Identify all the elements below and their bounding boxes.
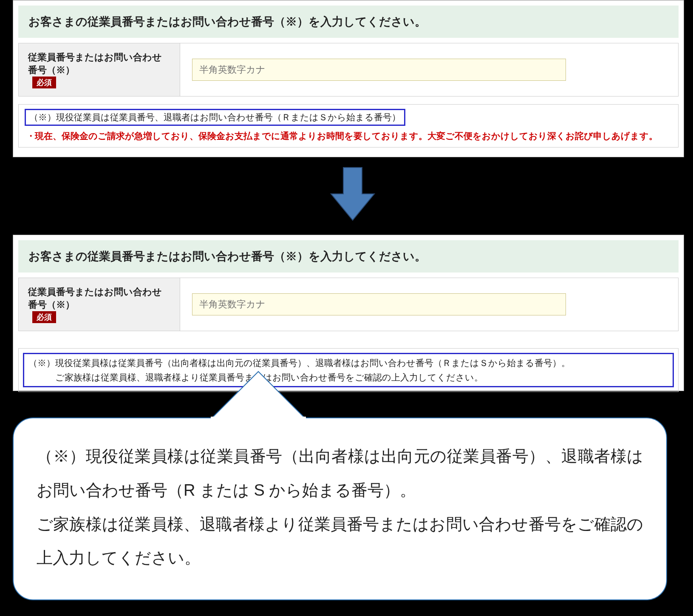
header-title: お客さまの従業員番号またはお問い合わせ番号（※）を入力してください。 [28, 249, 668, 264]
callout-text: （※）現役従業員様は従業員番号（出向者様は出向元の従業員番号）、退職者様はお問い… [37, 440, 643, 575]
note-highlighted: （※）現役従業員は従業員番号、退職者はお問い合わせ番号（ＲまたはＳから始まる番号… [25, 109, 405, 126]
callout-mask [211, 417, 306, 420]
form-label: 従業員番号またはお問い合わせ番号（※） [28, 51, 170, 77]
callout-pointer-icon [207, 371, 309, 423]
form-label: 従業員番号またはお問い合わせ番号（※） [28, 286, 170, 311]
header-title: お客さまの従業員番号またはお問い合わせ番号（※）を入力してください。 [28, 14, 668, 29]
form-panel-after: お客さまの従業員番号またはお問い合わせ番号（※）を入力してください。 従業員番号… [13, 235, 684, 391]
form-label-cell: 従業員番号またはお問い合わせ番号（※） 必須 [19, 278, 180, 331]
form-panel-before: お客さまの従業員番号またはお問い合わせ番号（※）を入力してください。 従業員番号… [13, 0, 684, 157]
employee-number-input[interactable] [192, 59, 566, 81]
employee-number-input[interactable] [192, 293, 566, 315]
required-badge: 必須 [32, 311, 56, 323]
form-input-cell [180, 278, 678, 331]
required-badge: 必須 [32, 77, 56, 88]
form-input-cell [180, 43, 678, 96]
callout-box: （※）現役従業員様は従業員番号（出向者様は出向元の従業員番号）、退職者様はお問い… [13, 417, 667, 600]
note-warning: 現在、保険金のご請求が急増しており、保険金お支払までに通常よりお時間を要しており… [25, 128, 672, 143]
callout-bubble: （※）現役従業員様は従業員番号（出向者様は出向元の従業員番号）、退職者様はお問い… [13, 371, 667, 600]
header-bar: お客さまの従業員番号またはお問い合わせ番号（※）を入力してください。 [18, 6, 679, 38]
form-row: 従業員番号またはお問い合わせ番号（※） 必須 [18, 278, 679, 331]
callout-line-2: ご家族様は従業員様、退職者様より従業員番号またはお問い合わせ番号をご確認の上入力… [37, 508, 643, 576]
callout-line-1: （※）現役従業員様は従業員番号（出向者様は出向元の従業員番号）、退職者様はお問い… [37, 440, 643, 508]
header-bar: お客さまの従業員番号またはお問い合わせ番号（※）を入力してください。 [18, 240, 679, 273]
form-label-cell: 従業員番号またはお問い合わせ番号（※） 必須 [19, 43, 180, 96]
form-row: 従業員番号またはお問い合わせ番号（※） 必須 [18, 43, 679, 97]
note-line-1: （※）現役従業員様は従業員番号（出向者様は出向元の従業員番号）、退職者様はお問い… [28, 356, 668, 370]
arrow-down-icon [329, 167, 376, 222]
note-box: （※）現役従業員は従業員番号、退職者はお問い合わせ番号（ＲまたはＳから始まる番号… [18, 104, 679, 148]
